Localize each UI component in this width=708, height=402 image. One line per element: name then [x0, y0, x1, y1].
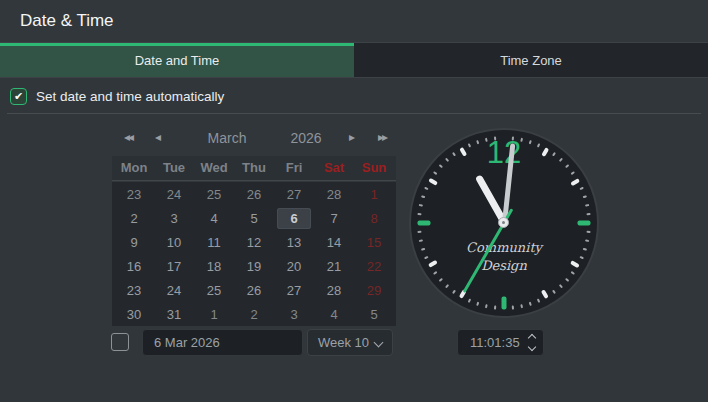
calendar-day[interactable]: 17 [154, 254, 194, 278]
titlebar: Date & Time [0, 0, 708, 42]
calendar-day[interactable]: 24 [154, 182, 194, 206]
calendar-grid: 2324252627281234567891011121314151617181… [112, 182, 396, 326]
calendar-day-number: 11 [197, 232, 231, 253]
calendar-day[interactable]: 28 [314, 278, 354, 302]
calendar-day-number: 29 [357, 280, 391, 301]
day-header-thu: Thu [234, 156, 274, 180]
analog-clock: 12 Community Design [409, 128, 599, 318]
calendar-day[interactable]: 3 [274, 302, 314, 326]
calendar-day-number: 13 [277, 232, 311, 253]
calendar-day-number: 18 [197, 256, 231, 277]
clock-tick [537, 298, 540, 302]
prev-month-button[interactable]: ◂ [150, 126, 164, 150]
calendar-day[interactable]: 5 [234, 206, 274, 230]
next-year-button[interactable]: ▸▸ [370, 126, 394, 150]
clock-quarter-mark [578, 221, 591, 226]
calendar-day[interactable]: 2 [114, 206, 154, 230]
calendar-day[interactable]: 27 [274, 278, 314, 302]
calendar-day[interactable]: 12 [234, 230, 274, 254]
calendar-day-number: 9 [117, 232, 151, 253]
auto-datetime-checkbox[interactable]: ✔ [10, 88, 27, 105]
spin-up-button[interactable] [528, 334, 536, 342]
calendar-day[interactable]: 1 [194, 302, 234, 326]
calendar-day[interactable]: 7 [314, 206, 354, 230]
tab-date-and-time-label: Date and Time [135, 53, 220, 68]
clock-tick [419, 204, 423, 207]
tab-time-zone-label: Time Zone [500, 53, 562, 68]
calendar-day[interactable]: 20 [274, 254, 314, 278]
clock-tick [579, 187, 583, 190]
clock-center-cap [498, 217, 509, 228]
clock-tick [559, 284, 563, 288]
clock-tick [439, 278, 443, 282]
calendar-day[interactable]: 25 [194, 182, 234, 206]
calendar-day[interactable]: 8 [354, 206, 394, 230]
calendar-day[interactable]: 3 [154, 206, 194, 230]
calendar-day[interactable]: 25 [194, 278, 234, 302]
calendar-day[interactable]: 11 [194, 230, 234, 254]
next-month-button[interactable]: ▸ [344, 126, 358, 150]
calendar-day-number: 4 [317, 304, 351, 325]
clock-tick [529, 302, 532, 306]
week-select[interactable]: Week 10 [307, 329, 393, 356]
date-row-checkbox[interactable] [111, 333, 129, 351]
calendar-day[interactable]: 22 [354, 254, 394, 278]
calendar-day-number: 10 [157, 232, 191, 253]
calendar-day[interactable]: 24 [154, 278, 194, 302]
calendar-day[interactable]: 29 [354, 278, 394, 302]
calendar-day[interactable]: 26 [234, 278, 274, 302]
calendar-day[interactable]: 4 [194, 206, 234, 230]
calendar-day[interactable]: 13 [274, 230, 314, 254]
day-header-wed: Wed [194, 156, 234, 180]
calendar-day[interactable]: 6 [274, 206, 314, 230]
tab-date-and-time[interactable]: Date and Time [0, 43, 354, 77]
clock-tick [520, 304, 523, 308]
clock-tick [494, 305, 496, 309]
calendar-day[interactable]: 1 [354, 182, 394, 206]
calendar-day[interactable]: 19 [234, 254, 274, 278]
calendar-day-number: 17 [157, 256, 191, 277]
calendar-day-number: 4 [197, 208, 231, 229]
calendar-day[interactable]: 26 [234, 182, 274, 206]
calendar-day[interactable]: 28 [314, 182, 354, 206]
clock-tick [586, 213, 590, 215]
tab-time-zone[interactable]: Time Zone [354, 43, 708, 77]
calendar-day[interactable]: 18 [194, 254, 234, 278]
prev-year-button[interactable]: ◂◂ [116, 126, 140, 150]
calendar-day[interactable]: 30 [114, 302, 154, 326]
day-header-sat: Sat [314, 156, 354, 180]
calendar-day[interactable]: 5 [354, 302, 394, 326]
calendar-day-number: 5 [357, 304, 391, 325]
spin-arrows [529, 330, 535, 355]
calendar-day[interactable]: 16 [114, 254, 154, 278]
day-header-tue: Tue [154, 156, 194, 180]
time-spinbox[interactable]: 11:01:35 [457, 329, 544, 356]
left-arrow-icon: ◂ [155, 130, 159, 144]
calendar-day[interactable]: 2 [234, 302, 274, 326]
date-input[interactable]: 6 Mar 2026 [142, 329, 303, 356]
clock-tick [476, 302, 479, 306]
calendar-day[interactable]: 9 [114, 230, 154, 254]
calendar-day[interactable]: 21 [314, 254, 354, 278]
calendar-day[interactable]: 31 [154, 302, 194, 326]
chevron-down-icon [374, 338, 384, 348]
calendar-day[interactable]: 23 [114, 278, 154, 302]
clock-tick [571, 171, 575, 175]
calendar-day[interactable]: 23 [114, 182, 154, 206]
calendar-day-number: 8 [357, 208, 391, 229]
calendar-day-number: 5 [237, 208, 271, 229]
calendar-day[interactable]: 10 [154, 230, 194, 254]
calendar-year-label[interactable]: 2026 [266, 126, 346, 150]
clock-tick [468, 298, 471, 302]
calendar-day[interactable]: 15 [354, 230, 394, 254]
calendar-day[interactable]: 14 [314, 230, 354, 254]
week-select-value: Week 10 [318, 335, 369, 350]
spin-down-button[interactable] [528, 343, 536, 351]
clock-tick [552, 290, 556, 294]
calendar-day-number: 25 [197, 184, 231, 205]
clock-numeral-12: 12 [411, 135, 597, 171]
calendar-day[interactable]: 27 [274, 182, 314, 206]
window-title: Date & Time [20, 0, 114, 42]
calendar-day-number: 2 [117, 208, 151, 229]
calendar-day[interactable]: 4 [314, 302, 354, 326]
